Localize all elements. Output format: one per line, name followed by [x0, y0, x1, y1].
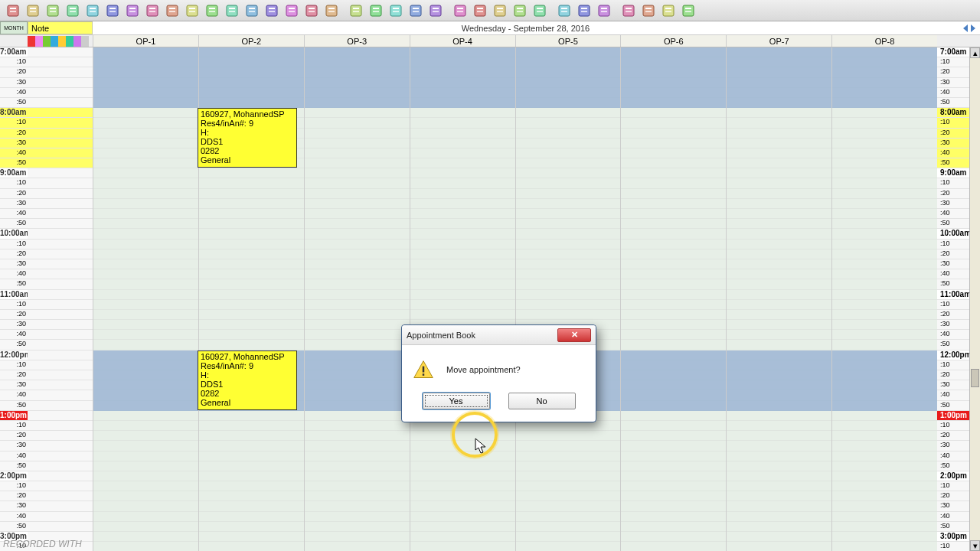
svg-rect-71	[477, 11, 483, 12]
svg-rect-35	[229, 11, 235, 12]
dialog-close-button[interactable]: ✕	[557, 328, 591, 342]
color-chip[interactable]	[74, 36, 81, 47]
op-column-header[interactable]: OP-8	[831, 35, 937, 47]
stack-icon[interactable]	[387, 2, 405, 20]
schedule-grid[interactable]: 7:00am:10:20:30:40:508:00am:10:20:30:40:…	[0, 47, 980, 551]
calendar-icon[interactable]	[511, 2, 529, 20]
window-icon[interactable]	[183, 2, 201, 20]
op-column-header[interactable]: OP-3	[304, 35, 410, 47]
month-button[interactable]: MONTH	[0, 21, 28, 34]
svg-rect-70	[477, 8, 483, 9]
op-column[interactable]	[304, 47, 410, 551]
color-chip[interactable]	[81, 36, 89, 47]
color-chip[interactable]	[58, 36, 66, 47]
form-icon[interactable]	[64, 2, 82, 20]
svg-rect-46	[309, 8, 315, 9]
scroll-up-button[interactable]: ▴	[970, 47, 980, 58]
grid-icon[interactable]	[83, 2, 102, 20]
appointment-line: General	[201, 398, 294, 407]
svg-rect-8	[50, 11, 56, 12]
appointment-block[interactable]: 160927, MohannedSPRes4/inAn#: 9H:DDS1028…	[198, 350, 297, 410]
op-column-header[interactable]: OP-5	[515, 35, 621, 47]
op-column[interactable]	[410, 47, 515, 551]
scroll-thumb[interactable]	[971, 369, 979, 387]
folder2-icon[interactable]	[679, 2, 697, 20]
info-icon[interactable]	[531, 2, 549, 20]
svg-rect-47	[309, 11, 315, 12]
op-column-header[interactable]: OP-6	[620, 35, 726, 47]
warning-icon	[413, 359, 434, 380]
svg-rect-62	[413, 11, 419, 12]
scroll-down-button[interactable]: ▾	[970, 540, 980, 551]
op-column-header[interactable]: OP-4	[410, 35, 515, 47]
op-column[interactable]	[726, 47, 831, 551]
square-icon[interactable]	[143, 2, 162, 20]
op-column[interactable]	[620, 47, 726, 551]
money-icon[interactable]	[575, 2, 593, 20]
zoom-icon[interactable]	[367, 2, 385, 20]
appointment-line: 0282	[201, 389, 294, 398]
card-icon[interactable]	[595, 2, 613, 20]
svg-rect-74	[497, 11, 503, 12]
book-icon[interactable]	[283, 2, 301, 20]
family-icon[interactable]	[24, 2, 42, 20]
globe-icon[interactable]	[103, 2, 122, 20]
vertical-scrollbar[interactable]: ▴ ▾	[969, 47, 980, 551]
op-column-header[interactable]: OP-1	[93, 35, 198, 47]
appointment-block[interactable]: 160927, MohannedSPRes4/inAn#: 9H:DDS1028…	[198, 108, 297, 168]
appointment-line: Res4/inAn#: 9	[201, 361, 294, 370]
tick-icon[interactable]	[426, 2, 445, 20]
svg-rect-17	[109, 11, 116, 12]
stack2-icon[interactable]	[491, 2, 509, 20]
op-column[interactable]	[831, 47, 937, 551]
arrow-icon[interactable]	[619, 2, 638, 20]
appointment-line: DDS1	[201, 137, 294, 146]
svg-rect-103	[423, 373, 424, 376]
list-icon[interactable]	[223, 2, 241, 20]
pencil-icon[interactable]	[123, 2, 142, 20]
svg-rect-25	[169, 8, 175, 9]
color-chip[interactable]	[28, 36, 35, 47]
tile-icon[interactable]	[163, 2, 181, 20]
op-column-header[interactable]: OP-7	[726, 35, 831, 47]
table-icon[interactable]	[203, 2, 221, 20]
svg-rect-101	[685, 11, 691, 12]
color-chip[interactable]	[35, 36, 43, 47]
dialog-titlebar[interactable]: Appointment Book ✕	[402, 325, 596, 345]
color-chip[interactable]	[66, 36, 74, 47]
appointment-line: 160927, MohannedSP	[201, 109, 294, 119]
svg-rect-58	[393, 8, 399, 9]
svg-rect-50	[328, 11, 335, 12]
graph-icon[interactable]	[407, 2, 425, 20]
doc-icon[interactable]	[451, 2, 469, 20]
color-chip[interactable]	[43, 36, 51, 47]
copy-icon[interactable]	[44, 2, 62, 20]
svg-rect-86	[581, 11, 587, 12]
op-column-header[interactable]: OP-2	[198, 35, 304, 47]
note-cell[interactable]: Note	[28, 21, 93, 34]
mail-icon[interactable]	[322, 2, 341, 20]
search-icon[interactable]	[347, 2, 365, 20]
svg-rect-80	[537, 11, 543, 12]
date-nav-arrows[interactable]	[959, 21, 980, 34]
svg-rect-43	[289, 8, 295, 9]
svg-rect-61	[413, 8, 419, 9]
check-icon[interactable]	[302, 2, 321, 20]
no-button[interactable]: No	[508, 393, 576, 409]
refresh-icon[interactable]	[659, 2, 678, 20]
rx-icon[interactable]	[243, 2, 261, 20]
svg-rect-98	[665, 11, 671, 12]
svg-rect-68	[457, 11, 463, 12]
person-icon[interactable]	[639, 2, 658, 20]
op-column[interactable]	[515, 47, 621, 551]
corner-left	[0, 35, 28, 47]
patient-icon[interactable]	[4, 2, 22, 20]
op-column[interactable]	[93, 47, 198, 551]
folder-icon[interactable]	[263, 2, 281, 20]
yes-button[interactable]: Yes	[423, 393, 490, 409]
svg-rect-53	[353, 11, 359, 12]
overlap-icon[interactable]	[471, 2, 489, 20]
color-chip[interactable]	[51, 36, 58, 47]
trash-icon[interactable]	[555, 2, 573, 20]
svg-rect-16	[109, 8, 116, 9]
